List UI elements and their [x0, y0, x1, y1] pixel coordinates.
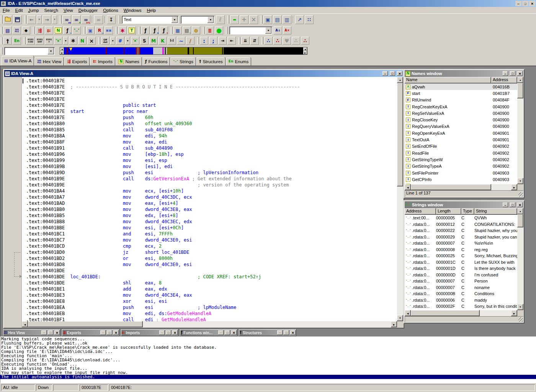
scroll-up-icon[interactable]: ▲ [517, 208, 523, 214]
names-column-name[interactable]: Name [405, 77, 491, 83]
jump-address-icon[interactable]: ↧ [107, 15, 116, 24]
strings-column-address[interactable]: Address [405, 208, 436, 215]
disasm-hscroll-thumb[interactable] [28, 321, 143, 327]
window-list-icon[interactable]: ∷ [305, 15, 314, 24]
strings-row[interactable]: "...".rdata:0...0000001DCIs there anybod… [405, 265, 517, 272]
strings-list[interactable]: "...".text:00...00000005CQVWh"...".rdata… [405, 215, 517, 310]
asm-line[interactable]: .text:00401B9D push esi ; lpVersionInfor… [26, 170, 397, 176]
asm-line[interactable]: .text:00401BE8 xor esi, esi [26, 298, 397, 304]
tile-horizontal-icon[interactable]: ▤ [273, 15, 282, 24]
tab-imports[interactable]: ⇇Imports [90, 57, 115, 65]
minimized-close[interactable] [290, 330, 296, 335]
search-text-icon[interactable]: ∞ab [62, 15, 71, 24]
names-column-address[interactable]: Address [491, 77, 517, 83]
asm-line[interactable]: .text:00401BD0 jz short loc_401BDE [26, 249, 397, 255]
asm-line[interactable]: .text:00401BF1 call edi ; GetModuleHandl… [26, 317, 397, 321]
asm-line[interactable]: .text:00401BDE shl eax, 8 [26, 280, 397, 286]
names-list[interactable]: AaQvwh004016BFstart00401B7FRtlUnwind0040… [405, 83, 517, 184]
strings-maximize[interactable] [510, 203, 515, 207]
disasm-hscrollbar[interactable]: ◀ ▶ [22, 321, 397, 327]
make-name-icon[interactable]: N [78, 37, 87, 45]
scroll-right-icon[interactable]: ▶ [391, 321, 397, 327]
structures-icon[interactable]: † [3, 37, 12, 45]
band-arrow-icon[interactable]: ▶ [60, 51, 64, 54]
band-segment[interactable] [140, 47, 153, 54]
asm-line[interactable]: .text:00401BAD mov eax, [esi+4] [26, 200, 397, 206]
semicolon-comment-icon[interactable]: ; [209, 37, 217, 45]
strings-icon[interactable]: ".." [72, 26, 81, 34]
menu-options[interactable]: Options [100, 7, 121, 13]
cascade-windows-icon[interactable]: ▣ [263, 15, 272, 24]
menu-edit[interactable]: Edit [13, 7, 26, 13]
names-row[interactable]: IRegCreateKeyExA0040900 [405, 103, 517, 110]
asm-line[interactable]: .text:00401B9E ; version of the operatin… [26, 182, 397, 188]
band-arrow-icon[interactable]: ◀ [60, 47, 64, 51]
close-button[interactable] [529, 1, 535, 6]
minimized-minimize[interactable] [41, 330, 47, 335]
minimized-window-exports[interactable]: ⇶Exports [62, 329, 119, 336]
strings-row[interactable]: "...".rdata:0...00000025CSorry, Michael,… [405, 253, 517, 259]
names-row[interactable]: IRegQueryValueExA0040900 [405, 123, 517, 130]
forward-history-dropdown[interactable]: ▾ [52, 15, 57, 24]
asm-line[interactable]: .text:00401B7E [26, 90, 397, 96]
undefine-icon[interactable]: × [87, 37, 96, 45]
names-row[interactable]: IGetCPInfo0040903 [405, 176, 517, 183]
ida-view-minimize[interactable] [382, 71, 388, 76]
band-segment[interactable] [224, 47, 303, 54]
minimized-minimize[interactable] [100, 330, 106, 335]
minimized-close[interactable] [231, 330, 237, 335]
strings-row[interactable]: "...".rdata:0...0000002FCSorry, but in t… [405, 303, 517, 310]
minimized-restore[interactable] [284, 330, 289, 335]
offset-dropdown[interactable]: ▾ [110, 37, 115, 45]
search-value-combo[interactable]: ▼ [181, 16, 214, 24]
names-row[interactable]: AaQvwh004016B [405, 83, 517, 90]
asm-line[interactable]: .text:00401BDE loc_401BDE: ; CODE XREF: … [26, 274, 397, 280]
strings-row[interactable]: "...".rdata:0...00000022CStupid hazker, … [405, 227, 517, 234]
names-row[interactable]: ITextOutA0040901 [405, 136, 517, 143]
navigate-back-icon[interactable]: ← [27, 15, 36, 24]
band-arrow-icon[interactable]: ◀ [303, 47, 307, 51]
text-view-icon[interactable]: ▤ [3, 26, 12, 34]
tab-functions[interactable]: ƒFunctions [142, 57, 170, 65]
unexplored-icon[interactable]: 0101 † [45, 37, 53, 45]
funnel-icon[interactable]: Ψ [283, 37, 291, 45]
menu-search[interactable]: Search [42, 7, 61, 13]
search-names-icon[interactable]: ∞A [72, 15, 81, 24]
indent-left-icon[interactable]: ⇤ [227, 37, 236, 45]
command-combo[interactable]: ▼ [229, 26, 272, 34]
minimized-minimize[interactable] [159, 330, 165, 335]
scroll-up-icon[interactable]: ▲ [517, 77, 523, 83]
tab-exports[interactable]: ⇶Exports [64, 57, 90, 65]
names-row[interactable]: Fstart00401B7 [405, 90, 517, 96]
scroll-right-icon[interactable]: ▶ [511, 184, 517, 190]
minimized-window-functions-win-[interactable]: ƒFunctions win... [180, 329, 237, 336]
number-icon[interactable]: # [116, 37, 124, 45]
strings-row[interactable]: "...".rdata:0...00000012CCONGRATILATIONS… [405, 221, 517, 228]
minimized-window-structures[interactable]: †Structures [239, 329, 296, 336]
asm-line[interactable]: .text:00401BB5 mov edx, [esi+8] [26, 212, 397, 219]
data-icon[interactable]: 0101 DAT [36, 37, 44, 45]
f-icon[interactable]: ƒ [141, 26, 150, 34]
navigate-forward-icon[interactable]: → [42, 15, 51, 24]
offset-icon[interactable]: Off dat [101, 37, 109, 45]
search-again-icon[interactable]: ∞ [94, 15, 103, 24]
script-page-icon[interactable]: ▤• [183, 26, 191, 34]
ida-view-titlebar[interactable]: ▤ IDA View-A [4, 70, 403, 77]
names-row[interactable]: ISetFilePointer0040903 [405, 170, 517, 176]
strings-column-length[interactable]: Length [436, 208, 461, 215]
asm-line[interactable]: .text:00401B7E public start [26, 102, 397, 108]
strings-hscrollbar[interactable]: ◀ ▶ [405, 310, 517, 316]
asm-line[interactable]: .text:00401BDE [26, 268, 397, 274]
asm-line[interactable]: .text:00401BE1 add eax, edx [26, 286, 397, 292]
strings-titlebar[interactable]: "..." Strings window [405, 201, 523, 208]
names-vscrollbar[interactable]: ▲ ▼ [517, 77, 523, 184]
delimiter-icon[interactable]: I-I [168, 37, 176, 45]
asm-line[interactable]: .text:00401BC7 mov dword_40C3E0, esi [26, 237, 397, 243]
strings-row[interactable]: "...".rdata:0...00000007CPerson [405, 278, 517, 284]
strings-vscrollbar[interactable]: ▲ ▼ [517, 208, 523, 310]
names-row[interactable]: IGetStringTypeW0040902 [405, 156, 517, 163]
search-binary-icon[interactable]: ∞101 [82, 15, 90, 24]
strings-row[interactable]: "...".rdata:0...0000000DCI'm confused [405, 272, 517, 278]
enums-icon[interactable]: En [13, 37, 21, 45]
minimize-button[interactable] [515, 1, 521, 6]
